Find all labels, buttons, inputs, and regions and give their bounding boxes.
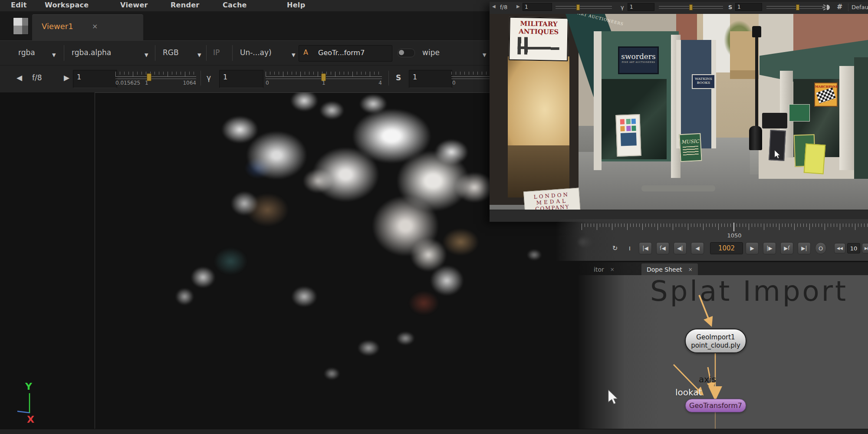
gain-slider[interactable]: 0.015625 1 1064 <box>115 72 196 85</box>
wipe-toggle[interactable] <box>398 49 415 57</box>
close-icon[interactable]: × <box>688 266 693 273</box>
gamma-label: γ <box>621 4 624 10</box>
fstop-next-button[interactable]: ▶ <box>64 73 69 82</box>
fps-field[interactable]: 10 <box>847 243 860 253</box>
tab-curve-editor-partial[interactable]: itor × <box>594 263 615 275</box>
menu-viewer[interactable]: Viewer <box>120 1 148 9</box>
tab-viewer1-label: Viewer1 <box>42 22 73 31</box>
mouse-cursor <box>774 150 781 160</box>
saturation-input[interactable]: 1 <box>409 70 452 88</box>
loop-retime-button[interactable]: ↻ <box>608 242 621 254</box>
military-antiques-sign: MILITARY ANTIQUES <box>509 17 569 61</box>
toggle-knob <box>399 50 404 55</box>
gamma-slider[interactable]: 0 1 4 <box>659 6 723 9</box>
chevron-down-icon: ▾ <box>292 50 296 59</box>
step-forward-button[interactable]: |▶ <box>763 242 776 254</box>
go-last-button[interactable]: ▶| <box>798 242 811 254</box>
gain-slider[interactable]: 0.015625 1 1064 <box>556 6 612 9</box>
saturation-slider[interactable]: 0 <box>451 72 490 85</box>
fstop-prev-button[interactable]: ◀ <box>492 4 496 9</box>
node-geotransform7[interactable]: GeoTransform7 <box>685 399 746 412</box>
photo-pillar <box>839 66 854 170</box>
node-graph-panel[interactable]: Splat Import GeoImport1 point_cloud.ply … <box>577 275 868 430</box>
ip-toggle[interactable]: IP <box>213 48 220 57</box>
gamma-input[interactable]: 1 <box>219 70 263 88</box>
watkins-sign: WATKINS BOOKS <box>692 74 715 89</box>
photo-tan-building <box>730 31 759 79</box>
photo-warm-window <box>508 56 569 145</box>
layout-dropdown[interactable]: Default <box>852 4 868 10</box>
photo-watkins-storefront <box>676 40 716 148</box>
play-reverse-button[interactable]: ◀ <box>691 242 704 254</box>
menu-workspace[interactable]: Workspace <box>45 1 89 9</box>
gain-input[interactable]: 1 <box>523 3 552 11</box>
current-frame-field[interactable]: 1002 <box>710 242 743 254</box>
tab-dope-sheet[interactable]: Dope Sheet × <box>641 263 698 275</box>
node-geoimport1-file: point_cloud.ply <box>686 342 746 350</box>
go-first-button[interactable]: |◀ <box>639 242 652 254</box>
input-a-letter: A <box>303 48 308 56</box>
gain-mid-label: 1 <box>145 80 148 86</box>
loop-mode-button[interactable]: O <box>815 242 826 254</box>
axis-input-label: axis <box>699 374 716 385</box>
node-geoimport1[interactable]: GeoImport1 point_cloud.ply <box>685 329 746 353</box>
sworders-sign: sworders FINE ART AUCTIONEERS <box>618 46 659 74</box>
3d-light-icon[interactable] <box>822 3 832 11</box>
fstop-label[interactable]: f/8 <box>32 73 42 82</box>
mouse-cursor <box>608 390 620 406</box>
timeline-playhead[interactable] <box>733 223 734 231</box>
music-sign-lines <box>683 146 699 155</box>
grid-icon[interactable]: # <box>837 3 842 11</box>
menu-cache[interactable]: Cache <box>223 1 247 9</box>
fstop-next-button[interactable]: ▶ <box>516 4 520 9</box>
saturation-input[interactable]: 1 <box>735 3 762 11</box>
fps-down-button[interactable]: ◀◀ <box>834 243 845 253</box>
gamma-max-label: 4 <box>378 80 382 86</box>
wipe-dropdown[interactable]: wipe <box>422 48 440 57</box>
military-sign-line2: ANTIQUES <box>510 27 567 36</box>
gain-input[interactable]: 1 <box>73 70 117 88</box>
gamma-label: γ <box>207 73 211 82</box>
saturation-label: S <box>728 4 732 10</box>
axis-gizmo: Y X <box>17 378 56 430</box>
gamma-slider[interactable]: 0 1 4 <box>266 72 382 85</box>
photo-lamppost <box>755 31 758 129</box>
marchpane-sign: MARCHPANE <box>814 82 838 107</box>
tab-partial-label: itor <box>594 266 604 273</box>
viewer-process-dropdown[interactable]: Un-...ay) <box>240 48 272 57</box>
menu-render[interactable]: Render <box>171 1 200 9</box>
step-back-button[interactable]: ◀| <box>674 242 687 254</box>
gamma-mid-label: 1 <box>322 80 326 86</box>
gamma-input[interactable]: 1 <box>628 3 654 11</box>
prev-keyframe-button[interactable]: ſ◀ <box>656 242 669 254</box>
gain-min-label: 0.015625 <box>115 80 140 86</box>
editor-tab-bar: itor × Dope Sheet × <box>577 262 868 275</box>
alpha-dropdown[interactable]: rgba.alpha <box>72 48 111 57</box>
channels-dropdown[interactable]: rgba <box>18 48 35 57</box>
next-keyframe-button[interactable]: ▶ſ <box>780 242 793 254</box>
marchpane-checker <box>816 87 836 103</box>
tab-viewer1[interactable]: Viewer1 × <box>32 14 143 41</box>
close-icon[interactable]: × <box>92 22 98 30</box>
chevron-down-icon: ▾ <box>52 50 56 59</box>
fstop-label[interactable]: f/8 <box>500 4 507 10</box>
fstop-prev-button[interactable]: ◀ <box>16 73 22 82</box>
military-sign-chairs <box>517 37 559 55</box>
music-sign-text: MUSIC <box>680 138 700 145</box>
input-a-node: GeoTr...form7 <box>318 49 365 57</box>
menu-edit[interactable]: Edit <box>11 1 27 9</box>
frame-marker-button[interactable]: I <box>626 242 634 254</box>
fps-up-button[interactable]: ▶▶ <box>862 243 868 253</box>
display-mode-dropdown[interactable]: RGB <box>163 48 179 57</box>
close-icon[interactable]: × <box>610 266 615 273</box>
saturation-slider[interactable]: 0 4 <box>766 6 829 9</box>
photo-picture-board <box>615 114 641 157</box>
play-forward-button[interactable]: ▶ <box>746 242 759 254</box>
input-a-selector[interactable]: A GeoTr...form7 <box>299 45 392 62</box>
tab-dope-sheet-label: Dope Sheet <box>647 266 682 273</box>
playhead-frame-label: 1050 <box>722 232 746 239</box>
menu-help[interactable]: Help <box>287 1 305 9</box>
saturation-label: S <box>396 73 401 82</box>
panel-menu-icon[interactable] <box>13 17 29 35</box>
chevron-down-icon: ▾ <box>483 50 487 59</box>
